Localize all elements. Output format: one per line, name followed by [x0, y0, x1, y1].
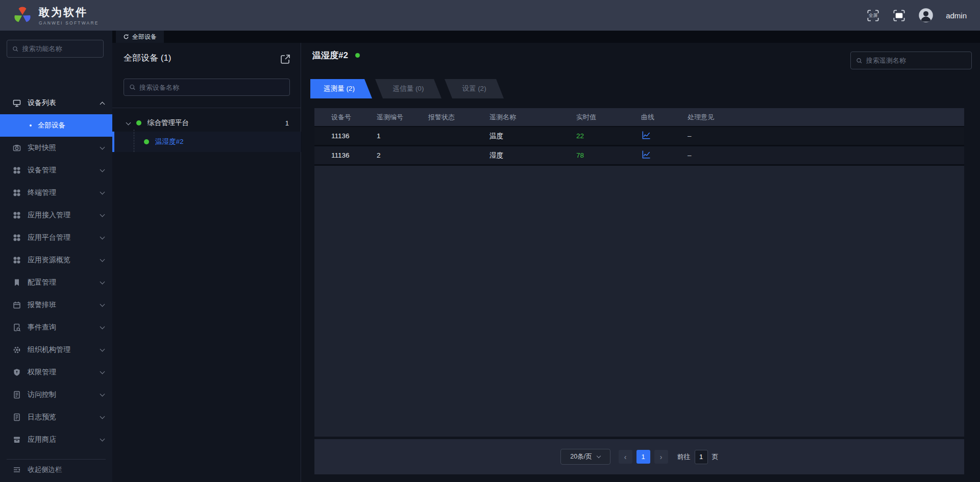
sidebar-item-all-devices[interactable]: 全部设备 [0, 114, 112, 137]
sidebar-item-label: 事件查询 [28, 323, 101, 332]
table-row[interactable]: 11136 1 温度 22 – [314, 127, 964, 146]
col-header: 报警状态 [428, 113, 489, 122]
col-header: 遥测编号 [377, 113, 428, 122]
sidebar-subitem-label: 全部设备 [38, 121, 65, 130]
tree-node-label: 温湿度#2 [155, 137, 184, 146]
search-icon [129, 84, 136, 91]
collapse-sidebar-button[interactable]: 收起侧边栏 [0, 460, 112, 480]
sidebar-item-app-platform-mgmt[interactable]: 应用平台管理 [0, 226, 112, 249]
sidebar-item-org-mgmt[interactable]: 组织机构管理 [0, 339, 112, 361]
event-search-icon [13, 323, 21, 332]
external-link-icon[interactable] [279, 53, 291, 65]
tree-node-device[interactable]: 温湿度#2 [112, 132, 301, 152]
sidebar-item-app-resource-overview[interactable]: 应用资源概览 [0, 249, 112, 271]
app-window: 敢为软件 GANWEI SOFTWARE 全屏 [0, 0, 980, 482]
sidebar-nav: 设备列表 全部设备 实时快照 设备管理 [0, 92, 112, 451]
device-search[interactable] [124, 79, 290, 96]
sidebar-item-app-store[interactable]: 应用商店 [0, 428, 112, 451]
table-row[interactable]: 11136 2 湿度 78 – [314, 146, 964, 166]
sidebar: 设备列表 全部设备 实时快照 设备管理 [0, 31, 112, 482]
goto-page-input[interactable] [695, 450, 708, 464]
sidebar-item-permission-mgmt[interactable]: 权限管理 [0, 361, 112, 384]
monitor-icon [13, 99, 21, 107]
sidebar-item-device-mgmt[interactable]: 设备管理 [0, 159, 112, 182]
chevron-down-icon [100, 234, 105, 239]
chevron-down-icon [100, 324, 105, 329]
sidebar-search-input[interactable] [22, 45, 98, 53]
sidebar-item-label: 应用资源概览 [28, 256, 101, 265]
sidebar-item-alarm-schedule[interactable]: 报警排班 [0, 294, 112, 316]
collapse-icon [13, 466, 21, 474]
device-panel: 全部设备 (1) 综合管理平台 1 温湿度#2 [112, 43, 301, 482]
tab-label: 全部设备 [132, 33, 157, 41]
chevron-down-icon [100, 414, 105, 419]
chevron-down-icon [100, 144, 105, 149]
sidebar-item-label: 应用平台管理 [28, 233, 101, 242]
tree-node-platform[interactable]: 综合管理平台 1 [112, 114, 301, 132]
col-header: 设备号 [331, 113, 377, 122]
exit-fullscreen-button[interactable] [892, 9, 906, 22]
sidebar-item-label: 设备管理 [28, 166, 101, 175]
device-search-input[interactable] [139, 84, 284, 91]
trend-chart-icon[interactable] [641, 149, 651, 160]
fullscreen-button[interactable]: 全屏 [866, 9, 880, 22]
tab-all-devices[interactable]: 全部设备 [116, 31, 164, 43]
cell-telemetry-no: 2 [377, 151, 428, 159]
user-avatar[interactable] [918, 8, 934, 23]
sidebar-item-label: 组织机构管理 [28, 345, 101, 354]
bookmark-icon [13, 278, 21, 287]
sidebar-item-label: 应用商店 [28, 435, 101, 444]
chevron-down-icon [100, 257, 105, 262]
current-page-button[interactable]: 1 [636, 450, 650, 464]
telemetry-search[interactable] [850, 52, 972, 69]
sidebar-item-terminal-mgmt[interactable]: 终端管理 [0, 182, 112, 204]
prev-page-button[interactable]: ‹ [619, 450, 632, 464]
search-icon [12, 45, 18, 53]
col-header: 实时值 [576, 113, 641, 122]
sidebar-item-device-list[interactable]: 设备列表 [0, 92, 112, 114]
cell-device-id: 11136 [331, 151, 377, 159]
brand-subtitle: GANWEI SOFTWARE [39, 20, 99, 26]
page-unit-label: 页 [712, 452, 719, 462]
sidebar-item-log-preview[interactable]: 日志预览 [0, 406, 112, 428]
selected-indicator [112, 132, 114, 152]
sidebar-item-snapshot[interactable]: 实时快照 [0, 137, 112, 159]
next-page-button[interactable]: › [654, 450, 668, 464]
cell-telemetry-no: 1 [377, 132, 428, 140]
sidebar-item-config-mgmt[interactable]: 配置管理 [0, 271, 112, 294]
chevron-down-icon [100, 391, 105, 396]
tab-signal[interactable]: 遥信量 (0) [375, 79, 442, 98]
trend-chart-icon[interactable] [641, 130, 651, 140]
grid-icon [13, 211, 21, 219]
username-label[interactable]: admin [946, 11, 967, 20]
chevron-down-icon [596, 454, 600, 458]
brand-title: 敢为软件 [39, 5, 99, 19]
grid-icon [13, 234, 21, 242]
gear-icon [13, 346, 21, 354]
camera-icon [13, 144, 21, 152]
tab-telemetry[interactable]: 遥测量 (2) [310, 79, 372, 98]
sidebar-item-label: 报警排班 [28, 300, 101, 310]
page-title: 温湿度#2 [312, 49, 348, 61]
detail-tabs: 遥测量 (2) 遥信量 (0) 设置 (2) [310, 79, 504, 98]
sidebar-item-access-control[interactable]: 访问控制 [0, 384, 112, 406]
telemetry-search-input[interactable] [866, 57, 966, 64]
sidebar-item-label: 日志预览 [28, 413, 101, 422]
doc-icon [13, 413, 21, 421]
chevron-down-icon [126, 120, 131, 125]
col-header: 处理意见 [688, 113, 964, 122]
open-tabs-strip: 全部设备 [112, 31, 980, 43]
sidebar-item-label: 应用接入管理 [28, 211, 101, 220]
main-content: 温湿度#2 遥测量 (2) 遥信量 (0) 设置 (2) 设备号 遥测编号 报警… [302, 43, 980, 482]
sidebar-item-event-query[interactable]: 事件查询 [0, 316, 112, 339]
sidebar-item-app-access-mgmt[interactable]: 应用接入管理 [0, 204, 112, 226]
shield-icon [13, 368, 21, 376]
goto-label: 前往 [677, 452, 691, 462]
sidebar-search[interactable] [7, 40, 104, 58]
ganwei-logo-icon [12, 5, 33, 26]
page-size-select[interactable]: 20条/页 [560, 449, 610, 465]
status-dot-online [136, 120, 141, 125]
fullscreen-label: 全屏 [866, 9, 880, 22]
chevron-down-icon [100, 189, 105, 194]
tab-settings[interactable]: 设置 (2) [445, 79, 504, 98]
